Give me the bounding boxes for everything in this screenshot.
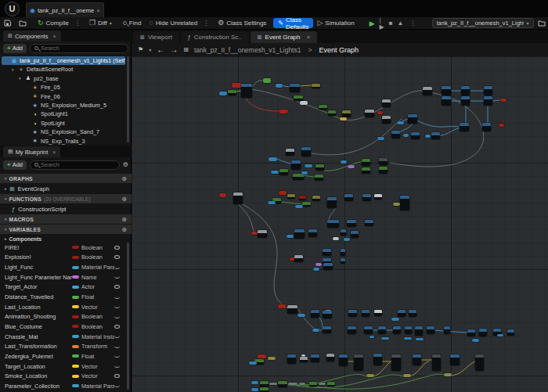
graph-node-blue[interactable] [444,326,450,334]
add-component-button[interactable]: + Add [3,44,27,53]
graph-pin-node-red[interactable] [279,191,287,195]
graph-pin-node-blue[interactable] [403,134,409,137]
graph-node-blue[interactable] [373,354,382,365]
graph-node-green[interactable] [362,167,370,174]
graph-node-khaki[interactable] [312,84,320,88]
graph-node-blue[interactable] [287,354,296,364]
tree-item-ns-explosion-medium-5[interactable]: ∗NS_Explosion_Medium_5 [2,101,125,110]
tree-item-fire-06[interactable]: ∗Fire_06 [2,92,125,101]
graph-node-blue[interactable] [347,220,356,227]
add-circle-icon[interactable]: ⊕ [121,226,127,233]
graph-node-green[interactable] [278,381,287,387]
graph-node-blue[interactable] [365,220,373,226]
section-header-functions[interactable]: ▾FUNCTIONS(20 OVERRIDABLE)⊕ [0,194,132,203]
graph-node-green[interactable] [260,381,269,387]
graph-pin-node-red[interactable] [290,257,294,261]
chevron-down-icon[interactable]: ▾ [149,47,151,52]
variable-row-zedergka-pulemet[interactable]: Zedergka_PulemetFloat [0,351,132,361]
back-button[interactable]: ← [157,45,164,54]
graph-node-blue[interactable] [398,310,406,317]
compile-options-kebab-icon[interactable]: ⋮ [73,20,82,27]
variable-category-components[interactable]: ▸Components [0,235,132,243]
graph-node-green[interactable] [279,169,288,175]
graph-node-red[interactable] [299,196,306,200]
section-header-variables[interactable]: ▾VARIABLES⊕ [0,225,132,234]
add-circle-icon[interactable]: ⊕ [121,196,127,203]
graph-pin-node-khaki[interactable] [268,357,276,360]
graph-node-green[interactable] [228,90,236,95]
graph-pin-node-yellow[interactable] [340,117,347,120]
closed-eye-icon[interactable] [114,315,120,318]
unreal-logo-icon[interactable]: U [5,2,20,16]
hide-unrelated-button[interactable]: ◌ Hide Unrelated [145,17,201,30]
graph-pin-node-blue[interactable] [344,238,350,241]
simulation-button[interactable]: ▷ Simulation [313,17,358,30]
graph-node-blue[interactable] [341,249,345,256]
graph-node-blue[interactable] [348,326,356,334]
graph-pin-node-blue[interactable] [301,171,308,174]
graph-pin-node-white[interactable] [300,101,308,105]
graph-pin-node-blue[interactable] [391,318,399,321]
eye-icon[interactable] [114,325,120,329]
graph-node-khaki[interactable] [312,196,320,201]
graph-tab-event-graph[interactable]: ⊞Event Graph× [251,31,317,43]
find-button[interactable]: Find [119,17,146,30]
graph-node-gray[interactable] [294,255,303,262]
section-header-macros[interactable]: ▾MACROS⊕ [0,214,132,224]
graph-pin-node-blue[interactable] [268,201,276,204]
graph-node-dark[interactable] [475,354,484,371]
graph-node-gray[interactable] [287,305,297,314]
graph-node-blue[interactable] [341,258,345,264]
graph-pin-node-red[interactable] [219,193,226,197]
graph-pin-node-blue[interactable] [497,334,503,336]
tab-my-blueprint[interactable]: ▤ My Blueprint × [3,146,60,157]
graph-pin-node-blue[interactable] [416,338,424,340]
graph-node-blue[interactable] [442,96,451,106]
graph-node-blue[interactable] [460,123,469,131]
graph-node-khaki[interactable] [342,110,351,117]
tree-item-defaultsceneroot[interactable]: ▾⌖DefaultSceneRoot [2,65,125,74]
graph-node-green[interactable] [327,382,335,387]
components-search-input[interactable]: Search [30,44,128,53]
graph-node-blue[interactable] [327,197,337,208]
expander-icon[interactable]: ▾ [12,67,16,72]
graph-node-blue[interactable] [308,229,317,237]
graph-pin-node-red[interactable] [258,354,266,358]
graph-node-blue[interactable] [507,329,514,336]
graph-pin-node-blue[interactable] [251,388,258,391]
tree-item-pz2-base[interactable]: ▾♟pz2_base [2,74,125,83]
graph-node-green[interactable] [260,387,269,392]
tree-item-tank-pz-ii-f-onemesh-v1-lights1-self[interactable]: ▣tank_pz_II_f__onemesh_v1_Lights1 (Self) [2,56,125,65]
graph-node-blue[interactable] [442,86,451,95]
graph-node-gray[interactable] [258,230,267,238]
graph-pin-node-red[interactable] [499,124,504,127]
graph-node-green[interactable] [379,167,388,174]
graph-pin-node-gray[interactable] [269,383,277,385]
graph-node-green[interactable] [293,174,304,180]
graph-node-gray[interactable] [326,354,334,361]
graph-node-blue[interactable] [482,123,491,131]
close-icon[interactable]: × [52,149,56,155]
graph-node-green[interactable] [315,174,323,181]
graph-node-blue[interactable] [362,194,371,201]
graph-pin-node-blue[interactable] [271,171,279,174]
graph-pin-node-khaki[interactable] [366,374,374,377]
graph-node-blue[interactable] [415,326,423,336]
browse-debug-object-button[interactable] [534,17,548,30]
graph-node-gray[interactable] [382,116,391,124]
expander-icon[interactable]: ▾ [19,76,23,81]
graph-tab-viewport[interactable]: ⊞Viewport [133,31,179,43]
add-circle-icon[interactable]: ⊕ [121,175,127,182]
frame-skip-button[interactable]: |▶ [380,16,384,31]
tree-item-spotlight1[interactable]: ◗SpotLight1 [2,110,125,118]
add-circle-icon[interactable]: ⊕ [121,216,127,223]
close-icon[interactable]: × [306,34,310,41]
list-item-constructionscript[interactable]: ƒConstructionScript [0,204,132,214]
graph-pin-node-blue[interactable] [276,84,283,88]
graph-node-blue[interactable] [241,84,252,98]
tree-item-ns-explosion-sand-7[interactable]: ∗NS_Explosion_Sand_7 [2,128,125,136]
variable-row-light-func-parameter-nan[interactable]: Light_Func Parameter NanName [0,272,132,282]
save-button[interactable] [0,17,15,30]
graph-pin-node-blue[interactable] [251,381,258,384]
stop-button[interactable]: ■ [389,20,393,27]
